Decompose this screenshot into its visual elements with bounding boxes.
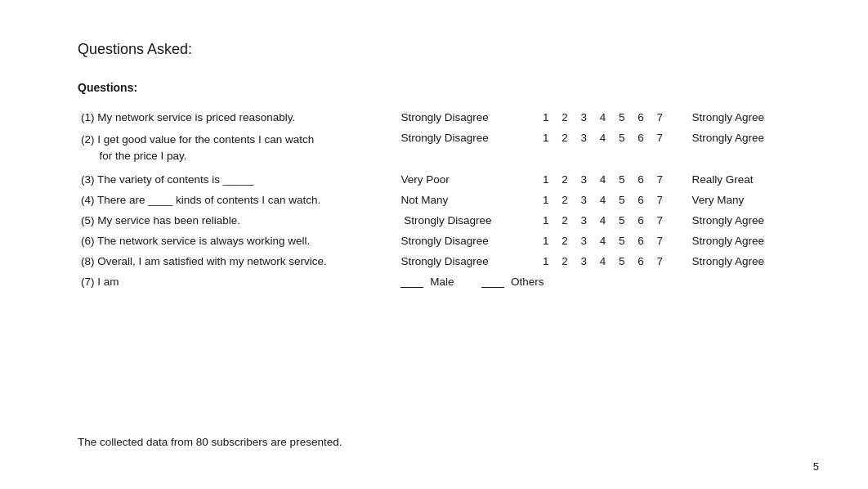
- gender-male: Male: [400, 276, 454, 288]
- scale-numbers: 1 2 3 4 5 6 7: [521, 128, 688, 169]
- scale-right-label: Very Many: [689, 190, 803, 210]
- question-number: (1) My network service is priced reasona…: [78, 107, 397, 128]
- scale-left-label: Strongly Disagree: [397, 210, 521, 231]
- scale-left-label: Strongly Disagree: [397, 251, 521, 271]
- scale-numbers: 1 2 3 4 5 6 7: [521, 190, 688, 210]
- question-text: (5) My service has been reliable.: [78, 210, 397, 231]
- gender-question-text: (7) I am: [78, 271, 397, 292]
- scale-right-label: Really Great: [689, 169, 803, 190]
- scale-numbers: 1 2 3 4 5 6 7: [521, 210, 688, 231]
- scale-left-label: Very Poor: [397, 169, 521, 190]
- scale-left-label: Strongly Disagree: [397, 128, 521, 169]
- footer-text: The collected data from 80 subscribers a…: [78, 436, 342, 448]
- scale-numbers: 1 2 3 4 5 6 7: [521, 107, 688, 128]
- male-blank: [400, 287, 423, 288]
- question-text: (2) I get good value for the contents I …: [78, 128, 397, 169]
- table-row: (3) The variety of contents is _____ Ver…: [78, 169, 803, 190]
- questions-table: (1) My network service is priced reasona…: [78, 107, 803, 292]
- page-title: Questions Asked:: [78, 41, 803, 58]
- questions-label: Questions:: [78, 81, 803, 94]
- scale-right-label: Strongly Agree: [689, 251, 803, 271]
- table-row: (4) There are ____ kinds of contents I c…: [78, 190, 803, 210]
- question-text: (6) The network service is always workin…: [78, 231, 397, 251]
- gender-row: (7) I am Male Others: [78, 271, 803, 292]
- table-row: (1) My network service is priced reasona…: [78, 107, 803, 128]
- question-text: (3) The variety of contents is _____: [78, 169, 397, 190]
- scale-right-label: Strongly Agree: [689, 128, 803, 169]
- scale-numbers: 1 2 3 4 5 6 7: [521, 169, 688, 190]
- page-container: Questions Asked: Questions: (1) My netwo…: [0, 0, 868, 489]
- gender-others: Others: [481, 276, 544, 288]
- scale-numbers: 1 2 3 4 5 6 7: [521, 251, 688, 271]
- scale-left-label: Strongly Disagree: [397, 107, 521, 128]
- scale-right-label: Strongly Agree: [689, 210, 803, 231]
- scale-left-label: Strongly Disagree: [397, 231, 521, 251]
- page-number: 5: [813, 460, 819, 473]
- table-row: (6) The network service is always workin…: [78, 231, 803, 251]
- scale-right-label: Strongly Agree: [689, 107, 803, 128]
- table-row: (8) Overall, I am satisfied with my netw…: [78, 251, 803, 271]
- question-text: (8) Overall, I am satisfied with my netw…: [78, 251, 397, 271]
- table-row: (2) I get good value for the contents I …: [78, 128, 803, 169]
- others-blank: [481, 287, 504, 288]
- scale-numbers: 1 2 3 4 5 6 7: [521, 231, 688, 251]
- scale-left-label: Not Many: [397, 190, 521, 210]
- gender-options: Male Others: [397, 271, 803, 292]
- question-text: (4) There are ____ kinds of contents I c…: [78, 190, 397, 210]
- table-row: (5) My service has been reliable. Strong…: [78, 210, 803, 231]
- scale-right-label: Strongly Agree: [689, 231, 803, 251]
